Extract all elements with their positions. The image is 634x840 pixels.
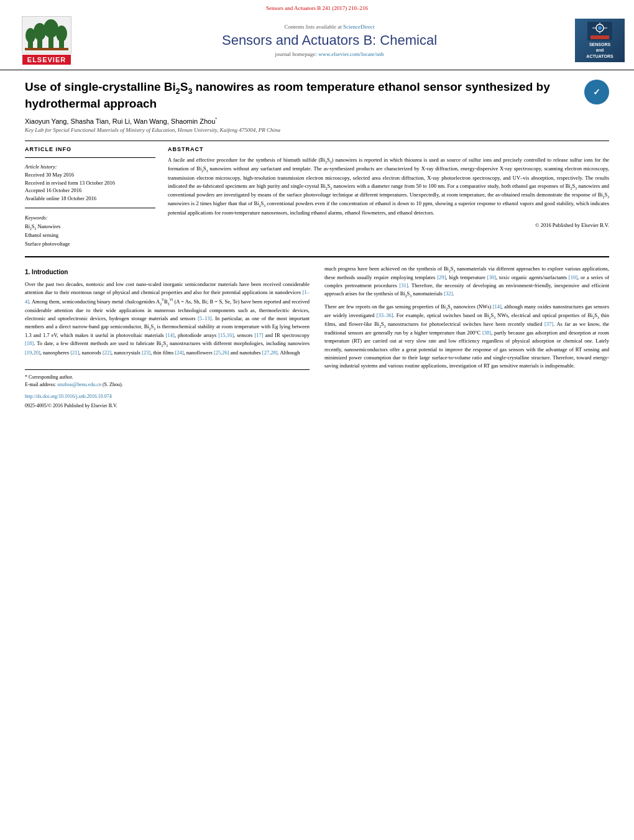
ref-27-28[interactable]: [27,28]	[262, 349, 278, 356]
elsevier-label: ELSEVIER	[22, 55, 71, 65]
sciencedirect-line: Contents lists available at ScienceDirec…	[96, 24, 563, 30]
article-info-col: ARTICLE INFO Article history: Received 3…	[25, 146, 155, 248]
doi-link[interactable]: http://dx.doi.org/10.1016/j.snb.2016.10.…	[25, 394, 112, 399]
intro-para3: There are few reports on the gas sensing…	[324, 303, 609, 371]
abstract-label: ABSTRACT	[168, 146, 609, 152]
ref-25-26[interactable]: [25,26]	[214, 349, 229, 356]
homepage-link[interactable]: www.elsevier.com/locate/snb	[318, 51, 384, 57]
journal-header: Sensors and Actuators B 241 (2017) 210–2…	[0, 0, 634, 70]
svg-rect-8	[25, 48, 68, 50]
title-section: Use of single-crystalline Bi2S3 nanowire…	[25, 80, 609, 112]
ref-5-13[interactable]: [5–13]	[198, 315, 212, 321]
sensors-label: SENSORSandACTUATORS	[586, 42, 613, 58]
ref-14[interactable]: [14]	[166, 332, 175, 338]
crossmark-badge[interactable]: ✓	[584, 80, 609, 104]
accepted-date: Accepted 16 October 2016	[25, 187, 155, 195]
ref-37[interactable]: [37]	[544, 321, 553, 327]
page-wrapper: Sensors and Actuators B 241 (2017) 210–2…	[0, 0, 634, 419]
ref-33-36[interactable]: [33–36]	[377, 312, 393, 318]
available-date: Available online 18 October 2016	[25, 195, 155, 203]
ref-23[interactable]: [23]	[142, 349, 150, 356]
body-content: 1. Introduction Over the past two decade…	[25, 265, 609, 410]
corresponding-label: * Corresponding author.	[25, 374, 73, 380]
article-authors: Xiaoyun Yang, Shasha Tian, Rui Li, Wan W…	[25, 117, 609, 125]
article-info-label: ARTICLE INFO	[25, 146, 155, 152]
ref-17[interactable]: [17]	[254, 332, 263, 338]
sensors-actuators-logo: SENSORSandACTUATORS	[575, 19, 625, 62]
ref-30[interactable]: [30]	[487, 274, 496, 280]
homepage-text: journal homepage:	[275, 51, 318, 57]
ref-10[interactable]: [10]	[569, 274, 577, 280]
journal-homepage: journal homepage: www.elsevier.com/locat…	[96, 51, 563, 57]
ref-22[interactable]: [22]	[103, 349, 111, 356]
sensors-logo-text: SENSORSandACTUATORS	[586, 42, 613, 58]
body-left-col: 1. Introduction Over the past two decade…	[25, 265, 310, 410]
issn-line: 0925-4005/© 2016 Published by Elsevier B…	[25, 402, 310, 410]
email-suffix: (S. Zhou).	[103, 382, 123, 387]
sensors-logo-image	[587, 22, 612, 40]
keyword-1: Bi2S3 Nanowires	[25, 223, 155, 232]
ref-19-20[interactable]: [19,20]	[25, 349, 40, 356]
keywords-divider	[25, 208, 155, 208]
sciencedirect-link[interactable]: ScienceDirect	[343, 24, 374, 30]
email-link[interactable]: smzhou@henu.edu.cn	[57, 382, 101, 387]
ref-18[interactable]: [18]	[25, 340, 34, 346]
elsevier-logo: ELSEVIER	[9, 16, 84, 65]
email-label: E-mail address:	[25, 382, 56, 387]
revised-date: Received in revised form 13 October 2016	[25, 179, 155, 187]
abstract-col: ABSTRACT A facile and effective procedur…	[168, 146, 609, 248]
journal-logo-row: ELSEVIER Contents lists available at Sci…	[0, 14, 634, 70]
corresponding-footnote: * Corresponding author.	[25, 374, 310, 381]
journal-title: Sensors and Actuators B: Chemical	[96, 32, 563, 48]
article-affiliation: Key Lab for Special Functional Materials…	[25, 127, 609, 133]
keywords-section: Keywords: Bi2S3 Nanowires Ethanol sensin…	[25, 215, 155, 249]
elsevier-tree-image	[22, 16, 71, 53]
ref-38[interactable]: [38]	[482, 330, 491, 336]
keywords-label: Keywords:	[25, 215, 155, 221]
history-label: Article history:	[25, 163, 155, 171]
intro-para2: much progress have been achieved on the …	[324, 265, 609, 299]
info-divider2	[25, 157, 155, 158]
info-abstract-row: ARTICLE INFO Article history: Received 3…	[25, 146, 609, 248]
info-divider	[25, 141, 609, 141]
received-date: Received 30 May 2016	[25, 171, 155, 179]
abstract-text: A facile and effective procedure for the…	[168, 156, 609, 217]
svg-rect-16	[590, 35, 609, 39]
ref-32[interactable]: [32]	[444, 290, 453, 297]
journal-center: Contents lists available at ScienceDirec…	[84, 24, 575, 57]
ref-21[interactable]: [21]	[70, 349, 79, 356]
ref-15-16[interactable]: [15,16]	[218, 332, 234, 338]
svg-point-7	[56, 25, 67, 42]
article-info-content: Article history: Received 30 May 2016 Re…	[25, 163, 155, 203]
intro-para1: Over the past two decades, nontoxic and …	[25, 280, 310, 357]
keyword-3: Surface photovoltage	[25, 240, 155, 249]
ref-14b[interactable]: [14]	[493, 303, 502, 310]
footnote-section: * Corresponding author. E-mail address: …	[25, 369, 310, 410]
ref-24[interactable]: [24]	[175, 349, 183, 356]
svg-point-11	[598, 26, 602, 30]
body-divider	[25, 256, 609, 257]
body-right-col: much progress have been achieved on the …	[324, 265, 609, 410]
copyright-line: © 2016 Published by Elsevier B.V.	[168, 222, 609, 228]
keyword-2: Ethanol sensing	[25, 231, 155, 240]
ref-31[interactable]: [31]	[399, 282, 408, 288]
article-content: Use of single-crystalline Bi2S3 nanowire…	[0, 70, 634, 419]
article-title: Use of single-crystalline Bi2S3 nanowire…	[25, 80, 584, 112]
intro-heading: 1. Introduction	[25, 267, 310, 277]
sciencedirect-text: Contents lists available at	[285, 24, 342, 30]
email-footnote: E-mail address: smzhou@henu.edu.cn (S. Z…	[25, 381, 310, 389]
doi-line: Sensors and Actuators B 241 (2017) 210–2…	[0, 5, 634, 11]
ref-29[interactable]: [29]	[437, 274, 446, 280]
